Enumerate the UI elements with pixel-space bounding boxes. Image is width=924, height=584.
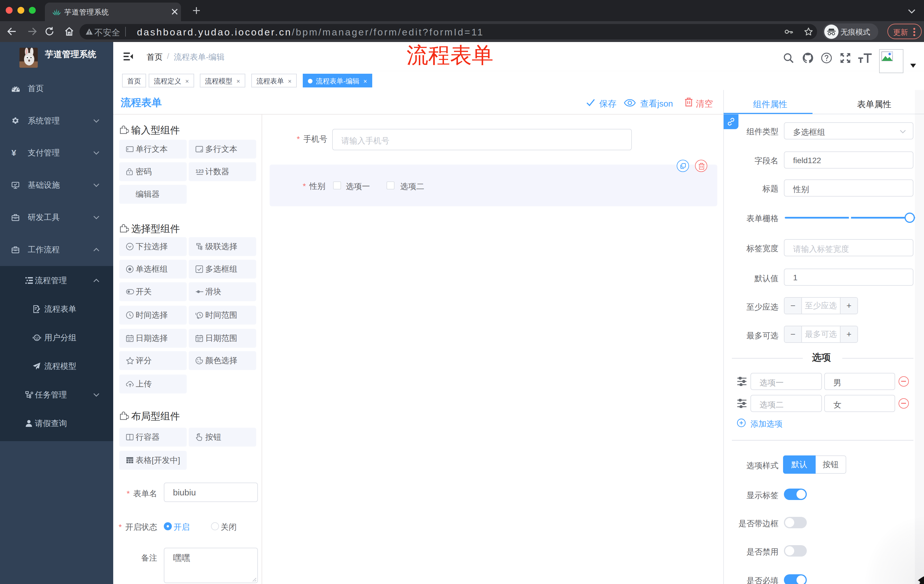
svg-text:123: 123: [196, 169, 203, 174]
